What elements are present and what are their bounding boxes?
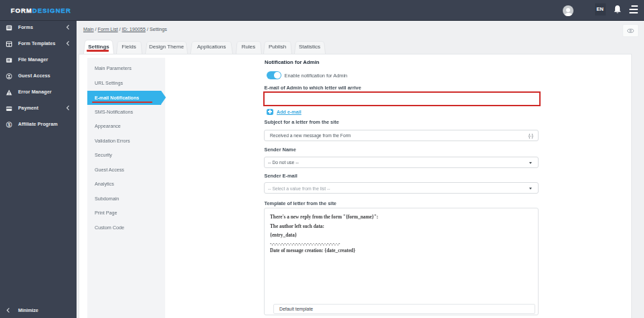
svg-text:$: $	[8, 122, 11, 127]
